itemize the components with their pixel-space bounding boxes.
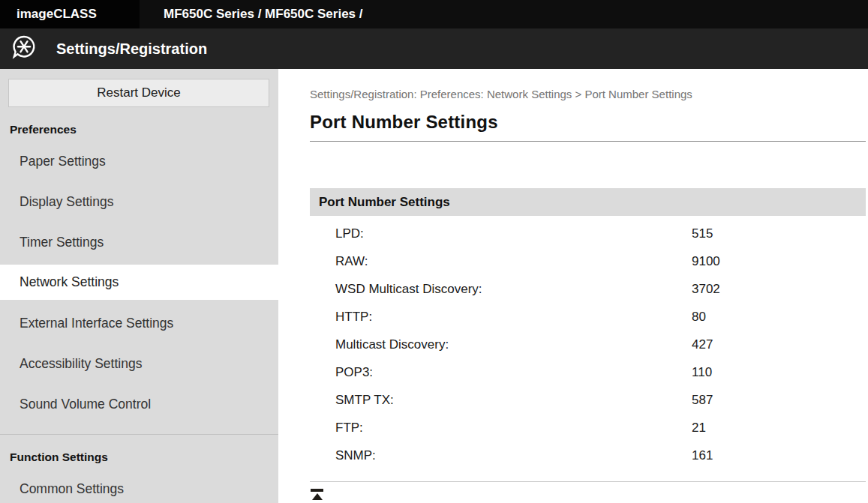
port-value: 427 (692, 337, 713, 352)
sidebar-item-external-interface-settings[interactable]: External Interface Settings (0, 303, 278, 343)
table-row-raw: RAW: 9100 (310, 247, 866, 275)
settings-registration-icon (10, 34, 38, 64)
table-row-multicast-discovery: Multicast Discovery: 427 (310, 331, 866, 358)
port-label: SNMP: (335, 448, 692, 463)
table-section-header: Port Number Settings (310, 188, 866, 216)
restart-device-button[interactable]: Restart Device (8, 79, 269, 107)
main-content: Settings/Registration: Preferences: Netw… (278, 69, 868, 503)
sidebar-item-common-settings[interactable]: Common Settings (0, 469, 278, 503)
port-value: 110 (692, 365, 712, 380)
brand-segment: imageCLASS (0, 0, 140, 28)
back-to-top-icon[interactable] (311, 489, 324, 500)
top-bar: imageCLASS MF650C Series / MF650C Series… (0, 0, 868, 28)
table-row-lpd: LPD: 515 (310, 220, 866, 247)
port-label: WSD Multicast Discovery: (335, 282, 692, 297)
brand-logo: imageCLASS (0, 7, 97, 22)
port-value: 161 (692, 448, 713, 463)
port-rows: LPD: 515 RAW: 9100 WSD Multicast Discove… (310, 220, 866, 469)
port-label: FTP: (335, 421, 692, 436)
back-to-top-bar (311, 489, 323, 492)
page-title: Port Number Settings (310, 112, 866, 142)
table-row-pop3: POP3: 110 (310, 358, 866, 386)
sidebar-item-sound-volume-control[interactable]: Sound Volume Control (0, 384, 278, 424)
table-row-wsd-multicast-discovery: WSD Multicast Discovery: 3702 (310, 275, 866, 303)
port-value: 21 (692, 421, 706, 436)
port-value: 9100 (692, 254, 720, 269)
table-row-ftp: FTP: 21 (310, 414, 866, 442)
port-label: RAW: (335, 254, 692, 269)
port-label: HTTP: (335, 310, 692, 325)
sidebar-item-network-settings[interactable]: Network Settings (0, 265, 278, 300)
table-row-smtp-tx: SMTP TX: 587 (310, 386, 866, 414)
sidebar-item-display-settings[interactable]: Display Settings (0, 181, 278, 222)
port-label: SMTP TX: (335, 393, 692, 408)
port-number-settings-table: Port Number Settings LPD: 515 RAW: 9100 … (310, 188, 866, 469)
sidebar: Restart Device Preferences Paper Setting… (0, 69, 278, 503)
table-row-snmp: SNMP: 161 (310, 442, 866, 469)
port-label: Multicast Discovery: (335, 337, 692, 352)
port-value: 3702 (692, 282, 720, 297)
bottom-divider (310, 481, 866, 482)
restart-button-wrap: Restart Device (0, 69, 278, 107)
sidebar-item-accessibility-settings[interactable]: Accessibility Settings (0, 343, 278, 384)
back-to-top-arrow (312, 493, 323, 500)
sidebar-item-paper-settings[interactable]: Paper Settings (0, 141, 278, 181)
port-label: LPD: (335, 226, 692, 241)
port-value: 80 (692, 310, 706, 325)
sidebar-item-timer-settings[interactable]: Timer Settings (0, 222, 278, 262)
nav-bar: Settings/Registration (0, 28, 868, 69)
table-row-http: HTTP: 80 (310, 303, 866, 331)
sidebar-section-preferences: Preferences (0, 107, 278, 141)
breadcrumb[interactable]: Settings/Registration: Preferences: Netw… (310, 88, 866, 100)
nav-title: Settings/Registration (56, 40, 207, 58)
port-value: 515 (692, 226, 713, 241)
port-value: 587 (692, 393, 713, 408)
device-title: MF650C Series / MF650C Series / (164, 7, 363, 22)
port-label: POP3: (335, 365, 692, 380)
sidebar-section-function-settings: Function Settings (0, 434, 278, 469)
